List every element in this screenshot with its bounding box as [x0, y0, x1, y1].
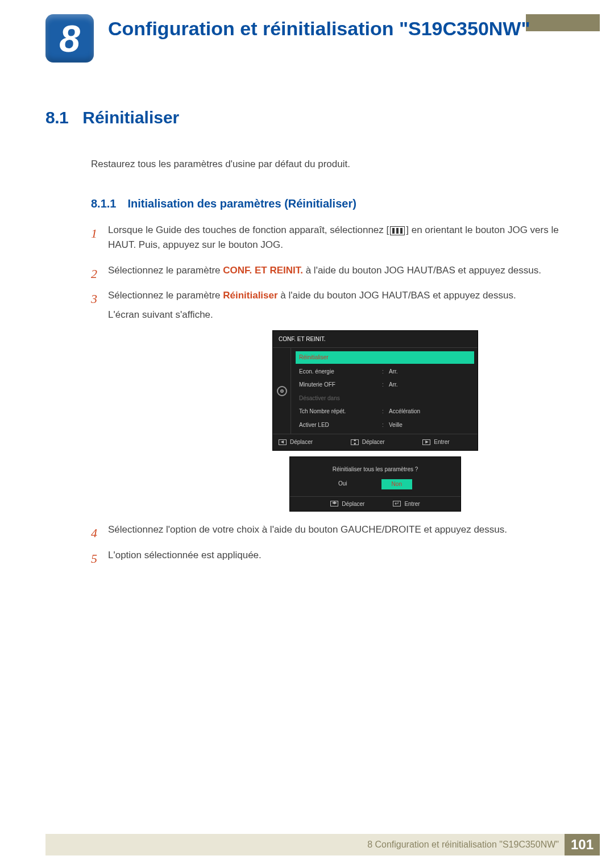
osd-menu: CONF. ET REINIT. Réinitialiser Econ. éne… — [273, 331, 478, 450]
osd-category-icon-area — [273, 348, 291, 434]
osd-body: Réinitialiser Econ. énergie:Arr. Minuter… — [273, 348, 478, 434]
osd-row-label: Désactiver dans — [299, 394, 472, 403]
confirm-footer: Déplacer Entrer — [290, 496, 460, 512]
step-highlight: Réinitialiser — [223, 290, 277, 301]
step-text: Sélectionnez le paramètre — [108, 290, 223, 301]
osd-row-label: Econ. énergie — [299, 367, 382, 376]
osd-row-value: Arr. — [389, 380, 472, 389]
osd-list: Réinitialiser Econ. énergie:Arr. Minuter… — [291, 348, 478, 434]
section-heading: 8.1Réinitialiser — [45, 108, 569, 127]
confirm-hint-label: Déplacer — [342, 500, 364, 509]
step-4: 4 Sélectionnez l'option de votre choix à… — [91, 522, 569, 537]
osd-hint-label: Entrer — [434, 438, 449, 447]
gear-icon — [277, 386, 287, 396]
section-title: Réinitialiser — [82, 108, 179, 127]
osd-sep: : — [382, 380, 389, 389]
osd-row-label: Minuterie OFF — [299, 380, 382, 389]
chapter-number: 8 — [59, 20, 80, 57]
osd-row-label: Tch Nombre répét. — [299, 407, 382, 416]
osd-row-value: Veille — [389, 421, 472, 430]
osd-row-label: Activer LED — [299, 421, 382, 430]
osd-screenshot-group: CONF. ET REINIT. Réinitialiser Econ. éne… — [273, 331, 569, 512]
osd-title: CONF. ET REINIT. — [273, 331, 478, 348]
confirm-yes: Oui — [338, 479, 347, 489]
section-8-1: 8.1Réinitialiser Restaurez tous les para… — [45, 108, 569, 573]
osd-row: Tch Nombre répét.:Accélération — [291, 405, 478, 418]
step-2: 2 Sélectionnez le paramètre CONF. ET REI… — [91, 263, 569, 278]
chapter-number-badge: 8 — [45, 14, 94, 63]
arrow-updown-icon — [351, 439, 359, 445]
osd-hint-move-updown: Déplacer — [351, 438, 400, 447]
footer-page-number: 101 — [565, 834, 600, 855]
step-number: 4 — [91, 524, 97, 543]
header-accent-bar — [526, 14, 600, 31]
confirm-no: Non — [381, 479, 412, 489]
osd-hint-label: Déplacer — [362, 438, 385, 447]
osd-sep: : — [382, 407, 389, 416]
step-text: à l'aide du bouton JOG HAUT/BAS et appuy… — [278, 290, 516, 301]
step-text: Sélectionnez l'option de votre choix à l… — [108, 524, 507, 535]
arrow-right-icon — [422, 439, 430, 445]
osd-row-disabled: Désactiver dans — [291, 392, 478, 405]
step-number: 5 — [91, 549, 97, 568]
osd-row: Econ. énergie:Arr. — [291, 365, 478, 379]
osd-row-reinitialiser: Réinitialiser — [296, 351, 474, 364]
osd-confirm-dialog: Réinitialiser tous les paramètres ? Oui … — [290, 457, 460, 512]
arrow-left-icon — [279, 439, 287, 445]
step-3: 3 Sélectionnez le paramètre Réinitialise… — [91, 288, 569, 511]
step-5: 5 L'option sélectionnée est appliquée. — [91, 548, 569, 563]
osd-hint-move-left: Déplacer — [279, 438, 328, 447]
arrow-leftright-icon — [330, 501, 338, 506]
osd-sep: : — [382, 367, 389, 376]
section-number: 8.1 — [45, 108, 68, 127]
osd-row: Minuterie OFF:Arr. — [291, 378, 478, 392]
subsection-number: 8.1.1 — [91, 197, 116, 210]
steps-list: 1 Lorsque le Guide des touches de foncti… — [91, 223, 569, 563]
subsection-title: Initialisation des paramètres (Réinitial… — [127, 197, 356, 210]
confirm-hint-move: Déplacer — [330, 500, 364, 509]
menu-icon — [390, 226, 405, 235]
osd-hint-label: Déplacer — [290, 438, 313, 447]
osd-row: Activer LED:Veille — [291, 418, 478, 432]
step-text: à l'aide du bouton JOG HAUT/BAS et appuy… — [303, 265, 541, 276]
page-footer: 8 Configuration et réinitialisation "S19… — [45, 834, 600, 855]
osd-row-value: Arr. — [389, 367, 472, 376]
step-text: Sélectionnez le paramètre — [108, 265, 223, 276]
chapter-header: 8 Configuration et réinitialisation "S19… — [45, 14, 530, 63]
step-text: L'écran suivant s'affiche. — [108, 309, 213, 320]
chapter-title: Configuration et réinitialisation "S19C3… — [108, 14, 530, 41]
footer-chapter-text: 8 Configuration et réinitialisation "S19… — [367, 840, 559, 850]
step-1: 1 Lorsque le Guide des touches de foncti… — [91, 223, 569, 253]
confirm-question: Réinitialiser tous les paramètres ? — [290, 457, 460, 480]
section-intro: Restaurez tous les paramètres d'usine pa… — [91, 159, 569, 170]
osd-footer: Déplacer Déplacer Entrer — [273, 434, 478, 450]
step-number: 1 — [91, 224, 97, 243]
confirm-hint-enter: Entrer — [393, 500, 420, 509]
confirm-options: Oui Non — [290, 479, 460, 496]
osd-hint-enter: Entrer — [422, 438, 472, 447]
confirm-hint-label: Entrer — [404, 500, 420, 509]
osd-row-value: Accélération — [389, 407, 472, 416]
step-number: 2 — [91, 264, 97, 284]
step-number: 3 — [91, 289, 97, 309]
osd-sep: : — [382, 421, 389, 430]
step-text: L'option sélectionnée est appliquée. — [108, 550, 262, 560]
step-text: Lorsque le Guide des touches de fonction… — [108, 225, 389, 235]
enter-icon — [393, 501, 401, 506]
osd-row-label: Réinitialiser — [299, 353, 471, 362]
subsection-heading: 8.1.1Initialisation des paramètres (Réin… — [91, 197, 569, 210]
step-highlight: CONF. ET REINIT. — [223, 265, 303, 276]
